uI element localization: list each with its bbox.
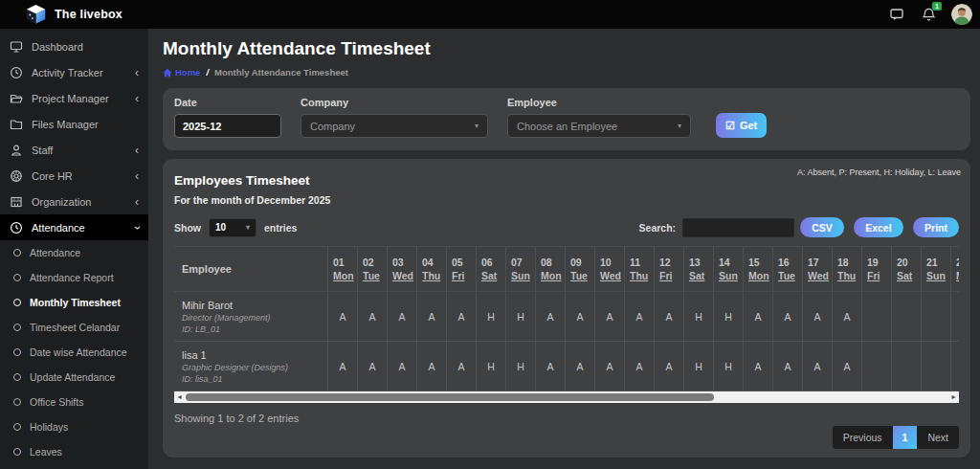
day-column-header[interactable]: 04 Thu bbox=[416, 247, 446, 291]
export-button[interactable]: Excel bbox=[854, 217, 902, 237]
get-button[interactable]: ☑ Get bbox=[716, 113, 767, 138]
day-number: 07 bbox=[511, 257, 535, 268]
timesheet-subtitle: For the month of December 2025 bbox=[174, 194, 959, 206]
horizontal-scrollbar[interactable]: ◂ ▸ bbox=[174, 391, 959, 403]
day-column-header[interactable]: 21 Sun bbox=[921, 247, 950, 291]
attendance-cell bbox=[950, 292, 959, 341]
attendance-value: A bbox=[606, 311, 612, 323]
timesheet-table: Employee 01 Mon 02 Tue bbox=[174, 246, 959, 403]
sidebar-item-core-hr[interactable]: Core HR ‹ bbox=[0, 163, 148, 189]
attendance-value: H bbox=[517, 311, 524, 323]
sidebar-item-label: Files Manager bbox=[32, 119, 99, 130]
day-column-header[interactable]: 14 Sun bbox=[713, 247, 743, 291]
scrollbar-thumb[interactable] bbox=[186, 393, 714, 401]
submenu-item[interactable]: Holidays bbox=[0, 414, 148, 439]
submenu-item[interactable]: Leaves bbox=[0, 439, 148, 464]
submenu-item[interactable]: Attendance bbox=[0, 240, 148, 265]
attendance-cell: A bbox=[565, 292, 594, 341]
date-input[interactable] bbox=[174, 114, 281, 138]
sidebar-item-attendance[interactable]: Attendance ‹ bbox=[0, 214, 148, 240]
day-number: 18 bbox=[837, 257, 861, 268]
day-number: 15 bbox=[748, 257, 772, 268]
attendance-value: A bbox=[635, 311, 642, 323]
clock-icon bbox=[10, 221, 23, 234]
day-column-header[interactable]: 12 Fri bbox=[654, 247, 683, 291]
attendance-cell: A bbox=[446, 292, 476, 341]
sidebar-item-files-manager[interactable]: Files Manager bbox=[0, 111, 148, 137]
circle-icon bbox=[13, 423, 21, 431]
circle-icon bbox=[13, 324, 21, 331]
day-column-header[interactable]: 22 Mon bbox=[950, 247, 959, 291]
messages-icon[interactable] bbox=[888, 6, 905, 23]
submenu-item[interactable]: Update Attendance bbox=[0, 365, 148, 390]
sidebar-item-organization[interactable]: Organization ‹ bbox=[0, 189, 148, 214]
day-column-header[interactable]: 11 Thu bbox=[624, 247, 654, 291]
attendance-cell: A bbox=[594, 342, 624, 391]
submenu-item[interactable]: Office Shifts bbox=[0, 390, 148, 414]
previous-page-button[interactable]: Previous bbox=[833, 426, 893, 449]
day-column-header[interactable]: 10 Wed bbox=[594, 247, 624, 291]
company-select[interactable]: Company ▾ bbox=[301, 114, 488, 138]
employee-column-header[interactable]: Employee bbox=[174, 247, 327, 291]
sidebar-item-staff[interactable]: Staff ‹ bbox=[0, 137, 148, 163]
day-column-header[interactable]: 06 Sat bbox=[476, 247, 505, 291]
breadcrumb-home-link[interactable]: Home bbox=[163, 67, 200, 78]
day-column-header[interactable]: 13 Sat bbox=[683, 247, 713, 291]
day-column-header[interactable]: 02 Tue bbox=[357, 247, 387, 291]
attendance-value: A bbox=[428, 311, 434, 323]
day-column-header[interactable]: 19 Fri bbox=[861, 247, 891, 291]
day-column-header[interactable]: 18 Thu bbox=[832, 247, 861, 291]
submenu-item-label: Monthly Timesheet bbox=[30, 297, 121, 308]
sidebar-item-activity-tracker[interactable]: Activity Tracker ‹ bbox=[0, 59, 148, 85]
current-page-button[interactable]: 1 bbox=[893, 426, 918, 449]
search-input[interactable] bbox=[682, 218, 794, 237]
export-button-label: Excel bbox=[865, 222, 891, 234]
page-length-select[interactable]: 10 ▾ bbox=[209, 218, 256, 237]
attendance-value: A bbox=[368, 361, 375, 372]
day-column-header[interactable]: 01 Mon bbox=[327, 247, 357, 291]
user-avatar[interactable] bbox=[951, 4, 972, 25]
day-number: 03 bbox=[392, 257, 416, 268]
day-number: 01 bbox=[333, 257, 357, 268]
attendance-value: A bbox=[665, 311, 672, 323]
export-button[interactable]: Print bbox=[913, 217, 959, 237]
attendance-cell: A bbox=[416, 292, 446, 341]
day-column-header[interactable]: 05 Fri bbox=[446, 247, 476, 291]
page-length-value: 10 bbox=[215, 222, 226, 233]
attendance-cell: A bbox=[387, 342, 416, 391]
day-column-header[interactable]: 20 Sat bbox=[891, 247, 921, 291]
attendance-value: A bbox=[813, 361, 820, 372]
day-column-header[interactable]: 08 Mon bbox=[535, 247, 565, 291]
chevron-left-icon: ‹ bbox=[135, 170, 139, 182]
next-page-button[interactable]: Next bbox=[917, 426, 959, 449]
submenu-item[interactable]: Timesheet Celandar bbox=[0, 315, 148, 340]
export-button[interactable]: CSV bbox=[800, 217, 844, 237]
submenu-item[interactable]: Attendance Report bbox=[0, 265, 148, 290]
employee-select[interactable]: Choose an Employee ▾ bbox=[507, 114, 691, 138]
sidebar-item-project-manager[interactable]: Project Manager ‹ bbox=[0, 85, 148, 111]
day-column-header[interactable]: 15 Mon bbox=[743, 247, 772, 291]
day-column-header[interactable]: 09 Tue bbox=[565, 247, 594, 291]
attendance-cell: A bbox=[772, 342, 802, 391]
day-name: Sun bbox=[511, 270, 535, 281]
brand[interactable]: The livebox bbox=[25, 4, 122, 26]
day-column-header[interactable]: 03 Wed bbox=[387, 247, 416, 291]
attendance-cell: A bbox=[535, 342, 565, 391]
day-number: 06 bbox=[481, 257, 505, 268]
day-number: 19 bbox=[867, 257, 891, 268]
day-name: Fri bbox=[659, 270, 683, 281]
scroll-right-arrow-icon[interactable]: ▸ bbox=[948, 393, 959, 401]
sidebar-item-dashboard[interactable]: Dashboard bbox=[0, 34, 148, 59]
scroll-left-arrow-icon[interactable]: ◂ bbox=[174, 393, 185, 401]
get-button-label: Get bbox=[740, 120, 757, 131]
day-column-header[interactable]: 07 Sun bbox=[505, 247, 535, 291]
submenu-item[interactable]: Monthly Timesheet bbox=[0, 290, 148, 315]
day-number: 16 bbox=[778, 257, 802, 268]
submenu-item-label: Attendance bbox=[30, 247, 80, 258]
submenu-item[interactable]: Date wise Attendance bbox=[0, 340, 148, 365]
day-column-header[interactable]: 17 Wed bbox=[802, 247, 832, 291]
clock-icon bbox=[10, 66, 23, 79]
attendance-value: A bbox=[784, 311, 791, 323]
notifications-bell-icon[interactable]: 1 bbox=[920, 6, 937, 23]
day-column-header[interactable]: 16 Tue bbox=[772, 247, 802, 291]
